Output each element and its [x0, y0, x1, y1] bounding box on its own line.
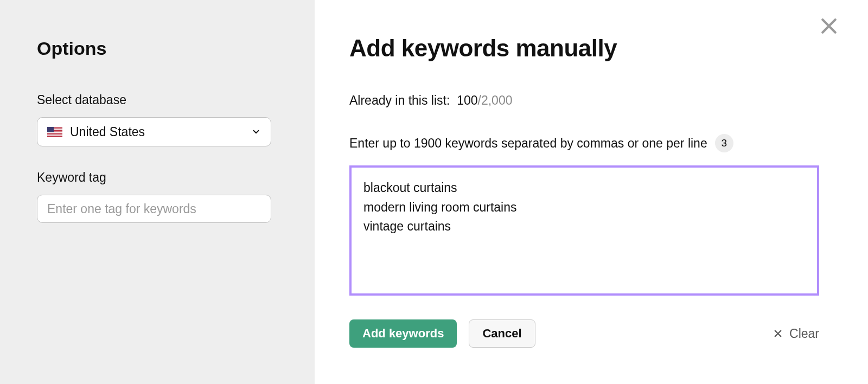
keywords-textarea[interactable] [349, 165, 819, 296]
already-max: 2,000 [481, 93, 513, 107]
page-title: Add keywords manually [349, 35, 833, 62]
svg-rect-7 [47, 127, 54, 132]
already-in-list: Already in this list: 100/2,000 [349, 93, 833, 108]
options-sidebar: Options Select database United States [0, 0, 315, 384]
enter-instruction: Enter up to 1900 keywords separated by c… [349, 136, 707, 151]
main-panel: Add keywords manually Already in this li… [315, 0, 868, 384]
close-button[interactable] [818, 15, 840, 37]
database-label: Select database [37, 93, 278, 107]
x-icon [773, 329, 783, 338]
add-keywords-button[interactable]: Add keywords [349, 319, 457, 348]
clear-label: Clear [789, 327, 819, 341]
keyword-tag-input[interactable] [37, 195, 271, 223]
svg-rect-5 [47, 134, 62, 135]
already-count: 100 [457, 93, 477, 107]
clear-button[interactable]: Clear [773, 327, 819, 341]
chevron-down-icon [251, 127, 261, 137]
keyword-tag-label: Keyword tag [37, 170, 278, 185]
close-icon [818, 15, 840, 37]
options-title: Options [37, 38, 278, 59]
database-select[interactable]: United States [37, 117, 271, 146]
svg-rect-6 [47, 135, 62, 136]
svg-rect-4 [47, 132, 62, 133]
already-label: Already in this list: [349, 93, 450, 107]
us-flag-icon [47, 127, 62, 137]
keyword-count-badge: 3 [715, 134, 733, 152]
database-value: United States [70, 125, 145, 139]
cancel-button[interactable]: Cancel [469, 319, 535, 348]
